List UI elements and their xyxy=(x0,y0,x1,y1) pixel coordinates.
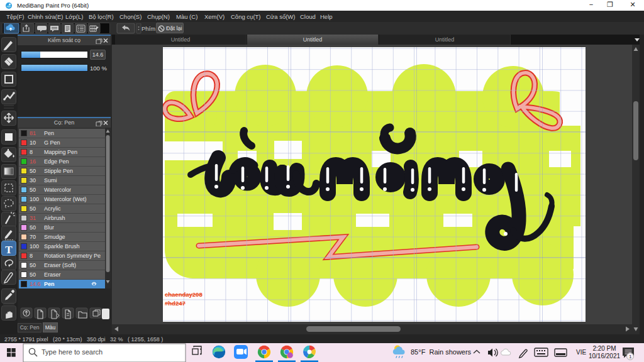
svg-text:#hd247: #hd247 xyxy=(165,300,186,307)
svg-text:T: T xyxy=(5,244,13,256)
svg-text:chaenday208: chaenday208 xyxy=(165,291,203,298)
